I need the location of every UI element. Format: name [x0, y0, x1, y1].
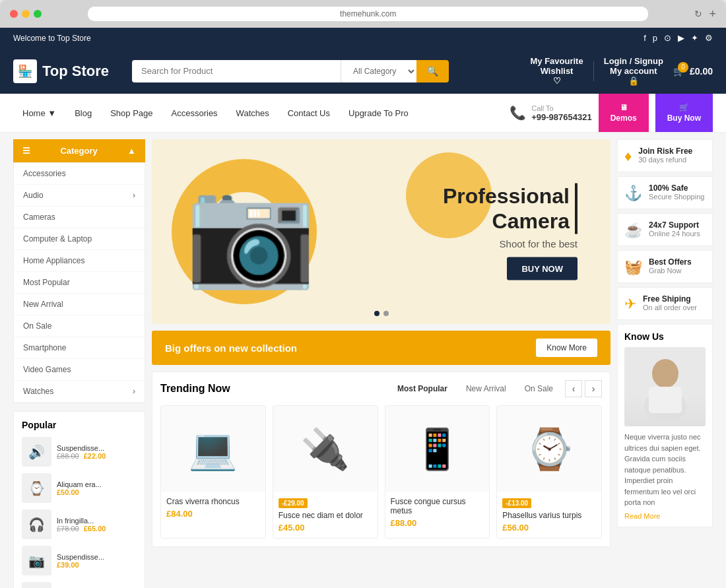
search-input[interactable]	[132, 60, 341, 82]
feature-title-2: 100% Safe	[649, 183, 704, 193]
nav-accessories[interactable]: Accessories	[162, 99, 227, 127]
minimize-dot[interactable]	[22, 10, 30, 18]
hero-subtitle: Shoot for the best	[443, 238, 578, 249]
cart-icon-wrap: 🛒 0	[673, 66, 684, 77]
fullscreen-dot[interactable]	[34, 10, 42, 18]
search-button[interactable]: 🔍	[416, 60, 449, 82]
popular-info-3: In fringilla... £78.00 £65.00	[57, 517, 106, 533]
slider-dot-1[interactable]	[374, 311, 380, 316]
wishlist-area[interactable]: My Favourite Wishlist ♡	[531, 56, 583, 86]
filter-nav: ‹ ›	[565, 380, 602, 397]
popular-img-5: 📦	[22, 582, 51, 588]
discount-badge-4: -£13.00	[502, 498, 531, 508]
nav-shop[interactable]: Shop Page	[101, 99, 162, 127]
popular-name-1: Suspendisse...	[57, 444, 106, 452]
account-label: Login / Signup	[604, 56, 663, 66]
popular-img-3: 🎧	[22, 509, 51, 539]
buy-now-label: Buy Now	[667, 114, 701, 123]
prev-button[interactable]: ‹	[565, 380, 582, 397]
category-watches[interactable]: Watches ›	[14, 381, 145, 403]
category-most-popular[interactable]: Most Popular	[14, 272, 145, 294]
coffee-icon: ☕	[624, 222, 642, 239]
nav-contact[interactable]: Contact Us	[279, 99, 339, 127]
category-select[interactable]: All Category	[341, 60, 416, 82]
popular-prices-1: £88.00 £22.00	[57, 452, 106, 460]
demos-icon: 🖥	[620, 103, 628, 112]
category-accessories[interactable]: Accessories	[14, 163, 145, 185]
youtube-icon[interactable]: ▶	[678, 33, 684, 43]
product-card-2[interactable]: 🔌 -£29.00 Fusce nec diam et dolor £45.00	[273, 405, 378, 539]
star-icon[interactable]: ✦	[691, 33, 698, 43]
popular-item-5[interactable]: 📦 Cras viverra... £84.00	[22, 582, 137, 588]
category-audio[interactable]: Audio ›	[14, 185, 145, 207]
popular-info-4: Suspendisse... £39.00	[57, 553, 104, 569]
slider-dot-2[interactable]	[383, 311, 389, 316]
reload-icon[interactable]: ↻	[694, 9, 702, 19]
next-button[interactable]: ›	[585, 380, 602, 397]
feature-sub-1: 30 days refund	[638, 156, 692, 164]
call-info: Call To +99-987654321	[531, 104, 591, 122]
feature-text-3: 24x7 Support Online 24 hours	[649, 220, 700, 238]
feature-title-5: Free Shiping	[643, 294, 697, 304]
filter-new-arrival[interactable]: New Arrival	[459, 381, 513, 396]
logo[interactable]: 🏪 Top Store	[13, 59, 119, 83]
cart-area[interactable]: 🛒 0 £0.00	[673, 66, 713, 77]
category-home-appliances[interactable]: Home Appliances	[14, 250, 145, 272]
category-video-games[interactable]: Video Games	[14, 359, 145, 381]
know-us-description: Neque viverra justo nec ultrices dui sap…	[624, 432, 706, 508]
welcome-text: Welcome to Top Store	[13, 34, 91, 43]
know-more-button[interactable]: Know More	[536, 339, 597, 357]
product-card-1[interactable]: 💻 Cras viverra rhoncus £84.00	[160, 405, 266, 539]
price-new-3: £65.00	[84, 525, 106, 533]
hero-cta-button[interactable]: BUY NOW	[507, 257, 578, 280]
add-tab-button[interactable]: +	[709, 7, 716, 21]
filter-on-sale[interactable]: On Sale	[518, 381, 560, 396]
popular-info-2: Aliquam era... £50.00	[57, 480, 102, 496]
nav-watches[interactable]: Watches	[227, 99, 279, 127]
category-computer[interactable]: Computer & Laptop	[14, 228, 145, 250]
popular-item-3[interactable]: 🎧 In fringilla... £78.00 £65.00	[22, 509, 137, 539]
logo-icon: 🏪	[13, 59, 37, 83]
know-us-title: Know Us	[624, 331, 706, 342]
feature-title-4: Best Offers	[649, 257, 692, 267]
category-on-sale[interactable]: On Sale	[14, 315, 145, 337]
buy-now-button[interactable]: 🛒 Buy Now	[655, 94, 713, 132]
browser-dots	[10, 10, 42, 18]
popular-prices-3: £78.00 £65.00	[57, 525, 106, 533]
category-cameras[interactable]: Cameras	[14, 207, 145, 228]
product-card-3[interactable]: 📱 Fusce congue cursus metus £88.00	[385, 405, 490, 539]
nav-home[interactable]: Home ▼	[13, 99, 65, 127]
feature-sub-4: Grab Now	[649, 267, 692, 275]
category-smartphone[interactable]: Smartphone	[14, 337, 145, 359]
instagram-icon[interactable]: ⊙	[664, 33, 671, 43]
product-price-1: £84.00	[166, 509, 260, 519]
popular-item-4[interactable]: 📷 Suspendisse... £39.00	[22, 546, 137, 575]
product-card-4[interactable]: ⌚ -£13.00 Phasellus varius turpis £56.00	[496, 405, 602, 539]
price-new-2: £50.00	[57, 488, 79, 496]
read-more-link[interactable]: Read More	[624, 512, 706, 520]
popular-section: Popular 🔊 Suspendisse... £88.00 £22.00	[13, 411, 145, 588]
settings-icon[interactable]: ⚙	[705, 33, 713, 43]
pinterest-icon[interactable]: p	[653, 33, 657, 43]
nav-upgrade[interactable]: Upgrade To Pro	[339, 99, 418, 127]
popular-prices-2: £50.00	[57, 488, 102, 496]
account-area[interactable]: Login / Signup My account 🔒	[604, 56, 663, 86]
popular-item-1[interactable]: 🔊 Suspendisse... £88.00 £22.00	[22, 437, 137, 467]
close-dot[interactable]	[10, 10, 18, 18]
address-bar[interactable]: themehunk.com	[88, 7, 648, 21]
know-us-section: Know Us Neque viverra justo nec ultrices…	[617, 324, 713, 527]
product-info-4: -£13.00 Phasellus varius turpis £56.00	[497, 492, 601, 538]
call-label: Call To	[531, 104, 591, 112]
facebook-icon[interactable]: f	[644, 33, 646, 43]
feature-text-4: Best Offers Grab Now	[649, 257, 692, 275]
product-info-1: Cras viverra rhoncus £84.00	[161, 492, 265, 524]
nav-blog[interactable]: Blog	[65, 99, 101, 127]
sidebar: ☰ Category ▲ Accessories Audio › Cameras…	[13, 139, 145, 588]
trending-filters: Most Popular New Arrival On Sale ‹ ›	[391, 380, 602, 397]
wishlist-text: Wishlist ♡	[531, 66, 583, 86]
filter-most-popular[interactable]: Most Popular	[391, 381, 454, 396]
wishlist-label: My Favourite	[531, 56, 583, 66]
demos-button[interactable]: 🖥 Demos	[599, 94, 649, 132]
category-new-arrival[interactable]: New Arrival	[14, 294, 145, 315]
popular-item-2[interactable]: ⌚ Aliquam era... £50.00	[22, 473, 137, 503]
